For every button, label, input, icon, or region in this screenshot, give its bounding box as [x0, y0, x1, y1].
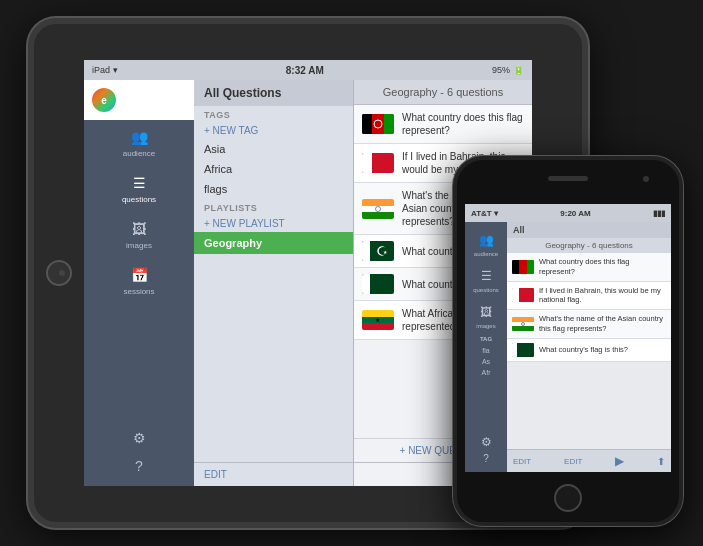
phone-flag-4 — [512, 343, 534, 357]
phone-edit-btn-2[interactable]: EDIT — [564, 457, 582, 466]
tablet-camera — [59, 270, 65, 276]
phone-question-text-3: What's the name of the Asian country thi… — [539, 314, 666, 334]
svg-rect-31 — [512, 343, 517, 357]
audience-icon: 👥 — [128, 128, 150, 146]
sidebar-label-sessions: sessions — [123, 287, 154, 296]
svg-rect-23 — [527, 260, 534, 274]
phone-play-button[interactable]: ▶ — [615, 454, 624, 468]
questions-icon: ☰ — [128, 174, 150, 192]
phone-tag-flags[interactable]: fla — [479, 346, 492, 355]
phone-footer: EDIT EDIT ▶ ⬆ — [507, 449, 671, 472]
phone-content-header: Geography - 6 questions — [507, 238, 671, 253]
svg-rect-0 — [362, 114, 372, 134]
svg-rect-25 — [512, 288, 519, 302]
svg-rect-22 — [519, 260, 527, 274]
phone-tag-label: TAG — [478, 334, 494, 344]
phone-settings-icon[interactable]: ⚙ — [481, 435, 492, 449]
tag-item-flags[interactable]: flags — [194, 179, 353, 199]
tag-item-asia[interactable]: Asia — [194, 139, 353, 159]
phone-question-item-3[interactable]: What's the name of the Asian country thi… — [507, 310, 671, 339]
sidebar-bottom: ⚙ ? — [84, 418, 194, 486]
question-item-1[interactable]: What country does this flag represent? — [354, 105, 532, 144]
sessions-icon: 📅 — [128, 266, 150, 284]
svg-rect-8 — [362, 212, 394, 219]
svg-rect-17 — [362, 310, 394, 317]
phone-tag-asia[interactable]: As — [479, 357, 493, 366]
sidebar-label-images: images — [126, 241, 152, 250]
right-panel-header: Geography - 6 questions — [354, 80, 532, 105]
question-text-1: What country does this flag represent? — [402, 111, 524, 137]
phone-edit-btn-1[interactable]: EDIT — [513, 457, 531, 466]
svg-rect-6 — [362, 199, 394, 206]
phone-questions-icon: ☰ — [477, 265, 496, 287]
svg-rect-11 — [362, 241, 370, 261]
phone-sidebar-images[interactable]: 🖼 images — [465, 298, 507, 332]
phone-all-label: All — [507, 222, 671, 238]
phone-audience-icon: 👥 — [475, 229, 498, 251]
playlists-section-label: PLAYLISTS — [194, 199, 353, 215]
phone-share-button[interactable]: ⬆ — [657, 456, 665, 467]
svg-rect-5 — [362, 153, 372, 173]
phone-flag-2 — [512, 288, 534, 302]
phone-carrier: AT&T ▾ — [471, 209, 498, 218]
phone-images-label: images — [476, 323, 495, 329]
phone-speaker — [548, 176, 588, 181]
tablet-status-time: 8:32 AM — [286, 65, 324, 76]
phone-question-list: What country does this flag represent? I… — [507, 253, 671, 449]
phone-battery: ▮▮▮ — [653, 209, 665, 218]
flag-pakistan-2 — [362, 274, 394, 294]
flag-bahrain — [362, 153, 394, 173]
phone-camera — [643, 176, 649, 182]
phone-home-button[interactable] — [554, 484, 582, 512]
sidebar-label-questions: questions — [122, 195, 156, 204]
sidebar-item-images[interactable]: 🖼 images — [84, 212, 194, 258]
tag-item-africa[interactable]: Africa — [194, 159, 353, 179]
new-playlist-button[interactable]: + NEW PLAYLIST — [194, 215, 353, 232]
phone-tag-africa[interactable]: Afr — [479, 368, 494, 377]
flag-pakistan: ★ — [362, 241, 394, 261]
panel-title: All Questions — [194, 80, 353, 106]
phone-help-icon[interactable]: ? — [483, 453, 489, 464]
tags-section-label: TAGS — [194, 106, 353, 122]
svg-rect-28 — [512, 326, 534, 331]
tablet-status-device: iPad ▾ — [92, 65, 118, 75]
phone-question-item-4[interactable]: What country's flag is this? — [507, 339, 671, 362]
phone-audience-label: audience — [474, 251, 498, 257]
middle-footer: EDIT — [194, 462, 353, 486]
phone-question-text-2: If I lived in Bahrain, this would be my … — [539, 286, 666, 306]
flag-afghanistan — [362, 114, 394, 134]
middle-panel: All Questions TAGS + NEW TAG Asia Africa… — [194, 80, 354, 486]
svg-rect-7 — [362, 206, 394, 212]
phone-questions-label: questions — [473, 287, 499, 293]
phone-question-text-4: What country's flag is this? — [539, 345, 628, 355]
phone-sidebar-audience[interactable]: 👥 audience — [465, 226, 507, 260]
phone-flag-3 — [512, 317, 534, 331]
phone-question-item-2[interactable]: If I lived in Bahrain, this would be my … — [507, 282, 671, 311]
sidebar: e 👥 audience ☰ questions 🖼 images — [84, 80, 194, 486]
tablet-status-bar: iPad ▾ 8:32 AM 95% 🔋 — [84, 60, 532, 80]
phone-question-item-1[interactable]: What country does this flag represent? — [507, 253, 671, 282]
flag-ghana: ★ — [362, 310, 394, 330]
sidebar-item-audience[interactable]: 👥 audience — [84, 120, 194, 166]
sidebar-item-sessions[interactable]: 📅 sessions — [84, 258, 194, 304]
svg-rect-26 — [512, 317, 534, 322]
phone-images-icon: 🖼 — [476, 301, 496, 323]
new-tag-button[interactable]: + NEW TAG — [194, 122, 353, 139]
settings-icon[interactable]: ⚙ — [92, 426, 186, 450]
playlist-item-geography[interactable]: Geography — [194, 232, 353, 254]
phone-question-text-1: What country does this flag represent? — [539, 257, 666, 277]
phone-status-bar: AT&T ▾ 9:20 AM ▮▮▮ — [465, 204, 671, 222]
svg-text:★: ★ — [375, 317, 380, 323]
images-icon: 🖼 — [128, 220, 150, 238]
battery-icon: 🔋 — [513, 65, 524, 75]
svg-rect-2 — [384, 114, 394, 134]
phone-flag-1 — [512, 260, 534, 274]
logo-letter: e — [101, 95, 107, 106]
svg-rect-19 — [362, 323, 394, 330]
middle-edit-button[interactable]: EDIT — [204, 469, 227, 480]
phone-sidebar-questions[interactable]: ☰ questions — [465, 262, 507, 296]
phone-main: All Geography - 6 questions What country… — [507, 222, 671, 472]
help-icon[interactable]: ? — [92, 454, 186, 478]
sidebar-item-questions[interactable]: ☰ questions — [84, 166, 194, 212]
phone-screen: AT&T ▾ 9:20 AM ▮▮▮ 👥 audience ☰ question… — [465, 204, 671, 472]
